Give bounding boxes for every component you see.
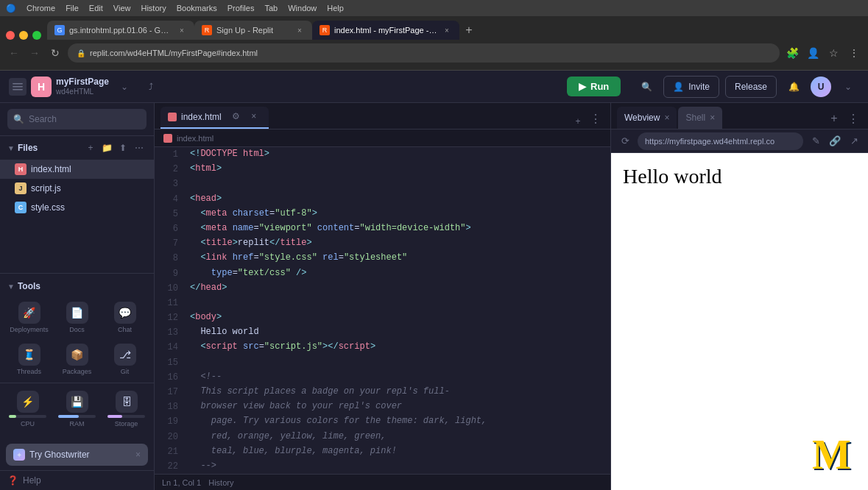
code-editor[interactable]: 1 <!DOCTYPE html> 2 <html> 3 4 <head> — [155, 147, 610, 474]
editor-new-tab-icon[interactable]: + — [571, 114, 585, 129]
chrome-os-bar: 🔵 Chrome File Edit View History Bookmark… — [0, 0, 868, 16]
svg-rect-0 — [13, 83, 23, 85]
file-item-index-html[interactable]: H index.html ⋯ — [0, 160, 154, 179]
editor-tab-index-html[interactable]: index.html ⚙ × — [160, 107, 269, 129]
browser-tab-2[interactable]: R Sign Up - Replit × — [194, 21, 312, 40]
extensions-icon[interactable]: 🧩 — [784, 45, 800, 61]
close-window-button[interactable] — [6, 31, 15, 40]
file-breadcrumb: index.html — [155, 129, 610, 147]
tool-deployments[interactable]: 🚀 Deployments — [6, 297, 52, 338]
user-avatar[interactable]: U — [811, 77, 831, 97]
svg-rect-2 — [13, 89, 23, 90]
tools-section-header[interactable]: ▼ Tools — [0, 278, 154, 294]
shell-tab-close-icon[interactable]: × — [710, 113, 715, 123]
help-item[interactable]: ❓ Help — [0, 470, 154, 490]
history-item[interactable]: History — [208, 478, 233, 487]
editor-tabs: index.html ⚙ × + ⋮ — [155, 103, 610, 129]
webview-link-icon[interactable]: 🔗 — [827, 133, 843, 149]
sidebar: 🔍 Search ▼ Files + 📁 ⬆ ⋯ — [0, 103, 155, 490]
webview-tab-shell[interactable]: Shell × — [678, 107, 722, 129]
new-folder-icon[interactable]: 📁 — [99, 141, 114, 155]
project-dropdown-icon[interactable]: ⌄ — [113, 76, 135, 98]
menu-chrome[interactable]: Chrome — [27, 4, 55, 13]
webview-address-bar: ⟳ https://myfirstpage.wd4ehtml.repl.co ✎… — [611, 129, 868, 153]
project-info: myFirstPage wd4eHTML — [56, 77, 109, 96]
back-button[interactable]: ← — [6, 45, 22, 61]
tool-cpu[interactable]: ⚡ CPU — [6, 386, 49, 432]
webview-new-tab-icon[interactable]: + — [825, 110, 843, 127]
editor-tab-settings-icon[interactable]: ⚙ — [229, 109, 244, 124]
editor-more-icon[interactable]: ⋮ — [587, 110, 604, 127]
upload-icon[interactable]: ⬆ — [116, 141, 130, 155]
invite-button[interactable]: 👤 Invite — [663, 76, 719, 98]
line-content-17: This script places a badge on your repl'… — [184, 385, 610, 400]
search-input[interactable]: 🔍 Search — [7, 109, 147, 129]
webview-url-input[interactable]: https://myfirstpage.wd4ehtml.repl.co — [638, 132, 803, 150]
menu-history[interactable]: History — [141, 4, 166, 13]
new-file-icon[interactable]: + — [83, 141, 98, 155]
run-button[interactable]: ▶ Run — [567, 77, 621, 96]
browser-tab-3[interactable]: R index.html - myFirstPage - Re... × — [312, 21, 459, 40]
tool-threads[interactable]: 🧵 Threads — [6, 339, 52, 380]
webview-edit-icon[interactable]: ✎ — [808, 133, 824, 149]
ghostwriter-close-icon[interactable]: × — [135, 450, 141, 460]
line-content-15 — [184, 355, 610, 370]
share-icon[interactable]: ⤴ — [140, 76, 162, 98]
menu-file[interactable]: File — [66, 4, 79, 13]
bookmark-icon[interactable]: ☆ — [825, 45, 841, 61]
tab-close-1[interactable]: × — [177, 25, 187, 35]
menu-edit[interactable]: Edit — [89, 4, 103, 13]
menu-profiles[interactable]: Profiles — [227, 4, 255, 13]
browser-tab-1[interactable]: G gs.introhtml.ppt.01.06 - Goog... × — [47, 21, 194, 40]
files-section-header[interactable]: ▼ Files + 📁 ⬆ ⋯ — [0, 136, 154, 160]
menu-bookmarks[interactable]: Bookmarks — [177, 4, 217, 13]
line-content-11 — [184, 296, 610, 310]
menu-tab[interactable]: Tab — [264, 4, 278, 13]
webview-more-icon[interactable]: ⋮ — [844, 110, 862, 127]
search-icon[interactable]: 🔍 — [635, 76, 657, 98]
line-content-16: <!-- — [184, 370, 610, 385]
line-num-15: 15 — [155, 355, 184, 370]
new-tab-button[interactable]: + — [459, 21, 479, 40]
line-content-5: <meta charset="utf-8"> — [184, 207, 610, 221]
menu-help[interactable]: Help — [327, 4, 344, 13]
tool-ram[interactable]: 💾 RAM — [55, 386, 99, 432]
line-num-2: 2 — [155, 162, 184, 177]
file-item-style-css[interactable]: C style.css ⋯ — [0, 198, 154, 217]
line-content-14: <script src="script.js"></script> — [184, 340, 610, 355]
docs-icon: 📄 — [66, 302, 88, 324]
profile-icon[interactable]: 👤 — [805, 45, 821, 61]
tool-chat[interactable]: 💬 Chat — [102, 297, 148, 338]
chevron-down-icon[interactable]: ⌄ — [837, 76, 859, 98]
minimize-window-button[interactable] — [19, 31, 28, 40]
tool-chat-label: Chat — [118, 326, 132, 333]
tool-docs[interactable]: 📄 Docs — [54, 297, 100, 338]
release-button[interactable]: Release — [725, 76, 777, 98]
tool-git[interactable]: ⎇ Git — [102, 339, 148, 380]
reload-button[interactable]: ↻ — [47, 45, 63, 61]
webview-tab-webview[interactable]: Webview × — [617, 107, 677, 129]
tool-storage[interactable]: 🗄 Storage — [105, 386, 148, 432]
webview-tab-close-icon[interactable]: × — [664, 113, 669, 123]
sidebar-toggle-button[interactable] — [9, 78, 27, 96]
webview-reload-icon[interactable]: ⟳ — [617, 133, 633, 149]
notification-icon[interactable]: 🔔 — [783, 76, 805, 98]
menu-view[interactable]: View — [113, 4, 131, 13]
tab-close-3[interactable]: × — [442, 25, 452, 35]
address-bar[interactable]: 🔒 replit.com/wd4eHTML/myFirstPage#index.… — [68, 43, 780, 63]
line-num-5: 5 — [155, 207, 184, 221]
code-line-1: 1 <!DOCTYPE html> — [155, 147, 610, 162]
more-icon[interactable]: ⋮ — [846, 45, 862, 61]
history-text: History — [208, 478, 233, 487]
file-item-script-js[interactable]: J script.js ⋯ — [0, 179, 154, 198]
tool-packages[interactable]: 📦 Packages — [54, 339, 100, 380]
forward-button[interactable]: → — [27, 45, 43, 61]
webview-open-icon[interactable]: ↗ — [846, 133, 862, 149]
ghostwriter-button[interactable]: ✦ Try Ghostwriter × — [6, 444, 148, 466]
files-more-icon[interactable]: ⋯ — [132, 141, 147, 155]
maximize-window-button[interactable] — [32, 31, 41, 40]
editor-tab-close-icon[interactable]: × — [247, 109, 261, 124]
menu-window[interactable]: Window — [288, 4, 317, 13]
status-bar: Ln 1, Col 1 History — [155, 474, 610, 490]
tab-close-2[interactable]: × — [294, 25, 305, 35]
